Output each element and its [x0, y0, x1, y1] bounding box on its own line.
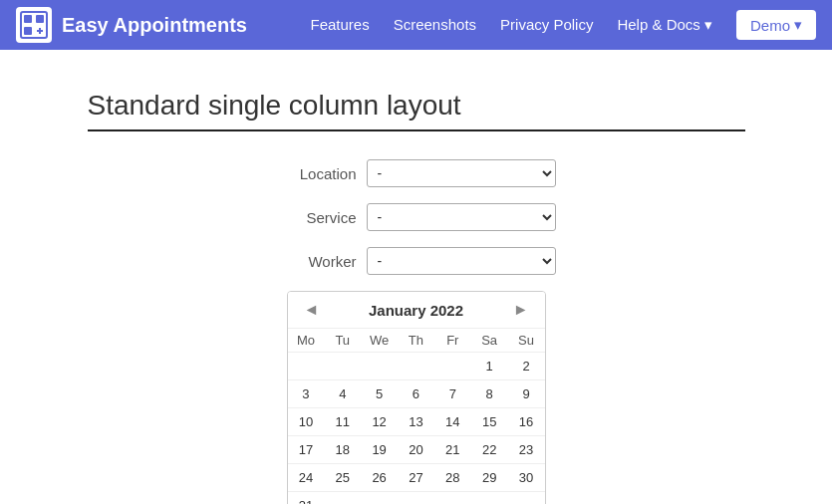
calendar-day[interactable]: 7 — [434, 380, 471, 408]
calendar-day — [434, 353, 471, 380]
calendar-day[interactable]: 16 — [508, 408, 545, 436]
calendar-day[interactable]: 11 — [324, 408, 361, 436]
weekday-header: Mo — [288, 329, 325, 353]
service-label: Service — [277, 209, 357, 226]
calendar-day[interactable]: 19 — [361, 436, 398, 464]
calendar-day[interactable]: 1 — [471, 353, 508, 380]
calendar-day[interactable]: 5 — [361, 380, 398, 408]
worker-select[interactable]: - — [367, 247, 556, 275]
nav-item-screenshots[interactable]: Screenshots — [394, 16, 476, 34]
calendar-day[interactable]: 12 — [361, 408, 398, 436]
calendar-day[interactable]: 4 — [324, 380, 361, 408]
calendar-header: ◄ January 2022 ► — [288, 292, 545, 328]
location-select[interactable]: - — [367, 159, 556, 187]
calendar: ◄ January 2022 ► MoTuWeThFrSaSu 12345678… — [287, 291, 546, 504]
calendar-week-row: 17181920212223 — [288, 436, 545, 464]
calendar-day[interactable]: 28 — [434, 464, 471, 492]
calendar-day — [508, 492, 545, 505]
svg-rect-1 — [24, 15, 32, 23]
service-select[interactable]: - — [367, 203, 556, 231]
calendar-wrapper: ◄ January 2022 ► MoTuWeThFrSaSu 12345678… — [88, 291, 745, 504]
calendar-day[interactable]: 23 — [508, 436, 545, 464]
calendar-day[interactable]: 3 — [288, 380, 325, 408]
page-title: Standard single column layout — [88, 90, 745, 122]
calendar-day — [324, 492, 361, 505]
calendar-day[interactable]: 8 — [471, 380, 508, 408]
next-month-button[interactable]: ► — [509, 300, 533, 320]
chevron-right-icon: ► — [513, 301, 529, 318]
svg-rect-3 — [24, 27, 32, 35]
calendar-day — [398, 353, 434, 380]
calendar-day[interactable]: 29 — [471, 464, 508, 492]
prev-month-button[interactable]: ◄ — [300, 300, 324, 320]
calendar-day — [288, 353, 325, 380]
brand-name: Easy Appointments — [62, 14, 247, 37]
svg-rect-2 — [36, 15, 44, 23]
worker-label: Worker — [277, 253, 357, 270]
calendar-day[interactable]: 10 — [288, 408, 325, 436]
weekday-header: Sa — [471, 329, 508, 353]
service-group: Service - — [88, 203, 745, 231]
weekday-header: Th — [398, 329, 434, 353]
calendar-day[interactable]: 6 — [398, 380, 434, 408]
calendar-week-row: 24252627282930 — [288, 464, 545, 492]
nav-item-help[interactable]: Help & Docs ▾ — [617, 16, 712, 34]
calendar-day[interactable]: 14 — [434, 408, 471, 436]
calendar-day — [361, 492, 398, 505]
nav-item-privacy[interactable]: Privacy Policy — [500, 16, 593, 34]
main-content: Standard single column layout Location -… — [68, 90, 765, 504]
calendar-week-row: 12 — [288, 353, 545, 380]
nav-list: Features Screenshots Privacy Policy Help… — [310, 10, 816, 40]
location-label: Location — [277, 165, 357, 182]
chevron-left-icon: ◄ — [304, 301, 320, 318]
brand-icon — [16, 7, 52, 43]
calendar-week-row: 31 — [288, 492, 545, 505]
weekday-header: Fr — [434, 329, 471, 353]
calendar-day[interactable]: 18 — [324, 436, 361, 464]
calendar-day[interactable]: 13 — [398, 408, 434, 436]
location-group: Location - — [88, 159, 745, 187]
calendar-day[interactable]: 26 — [361, 464, 398, 492]
calendar-weekdays-row: MoTuWeThFrSaSu — [288, 329, 545, 353]
nav-link-screenshots[interactable]: Screenshots — [394, 16, 476, 33]
calendar-day[interactable]: 30 — [508, 464, 545, 492]
calendar-day[interactable]: 17 — [288, 436, 325, 464]
nav-link-help[interactable]: Help & Docs ▾ — [617, 16, 712, 33]
weekday-header: We — [361, 329, 398, 353]
weekday-header: Su — [508, 329, 545, 353]
calendar-day — [324, 353, 361, 380]
calendar-day[interactable]: 9 — [508, 380, 545, 408]
nav-link-privacy[interactable]: Privacy Policy — [500, 16, 593, 33]
calendar-day[interactable]: 24 — [288, 464, 325, 492]
calendar-grid: MoTuWeThFrSaSu 1234567891011121314151617… — [288, 328, 545, 504]
calendar-day[interactable]: 21 — [434, 436, 471, 464]
chevron-down-icon: ▾ — [794, 16, 802, 34]
worker-group: Worker - — [88, 247, 745, 275]
calendar-week-row: 3456789 — [288, 380, 545, 408]
calendar-day — [434, 492, 471, 505]
nav-item-features[interactable]: Features — [310, 16, 369, 34]
calendar-day[interactable]: 27 — [398, 464, 434, 492]
nav-link-features[interactable]: Features — [310, 16, 369, 33]
calendar-day[interactable]: 20 — [398, 436, 434, 464]
calendar-day — [398, 492, 434, 505]
calendar-day[interactable]: 25 — [324, 464, 361, 492]
demo-button-item[interactable]: Demo ▾ — [736, 10, 816, 40]
calendar-month-title: January 2022 — [369, 302, 463, 319]
calendar-day — [361, 353, 398, 380]
calendar-day[interactable]: 15 — [471, 408, 508, 436]
weekday-header: Tu — [324, 329, 361, 353]
calendar-day[interactable]: 22 — [471, 436, 508, 464]
navbar: Easy Appointments Features Screenshots P… — [0, 0, 832, 50]
divider — [88, 129, 745, 131]
chevron-down-icon: ▾ — [704, 16, 712, 33]
calendar-week-row: 10111213141516 — [288, 408, 545, 436]
calendar-day[interactable]: 2 — [508, 353, 545, 380]
calendar-day — [471, 492, 508, 505]
calendar-day[interactable]: 31 — [288, 492, 325, 505]
demo-button[interactable]: Demo ▾ — [736, 10, 816, 40]
brand-link[interactable]: Easy Appointments — [16, 7, 310, 43]
